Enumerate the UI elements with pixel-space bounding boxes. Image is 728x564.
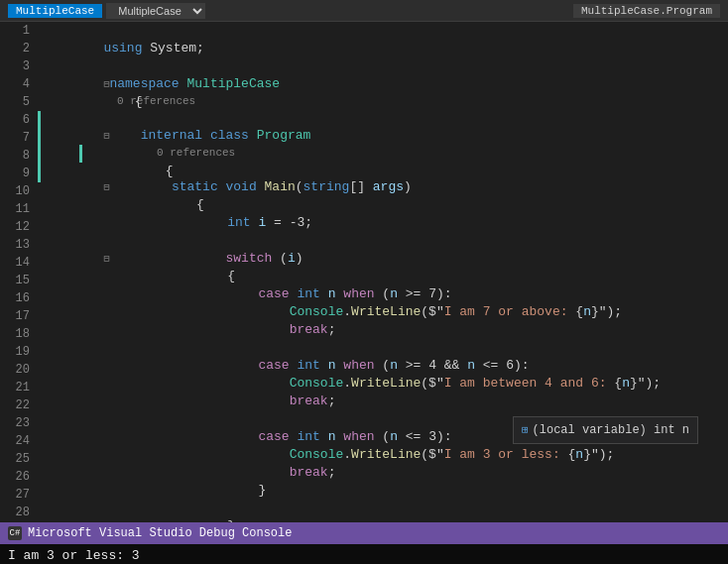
line-num-23: 23	[0, 414, 30, 432]
line-num-2: 2	[0, 40, 30, 57]
line-num-20: 20	[0, 361, 30, 379]
code-line-19: break;	[38, 375, 728, 393]
code-line-4: {	[38, 75, 728, 93]
code-line-3: ⊟namespace MultipleCase	[38, 57, 728, 75]
debug-icon: C#	[8, 526, 22, 540]
line-num-15: 15	[0, 272, 30, 289]
line-num-29: 29	[0, 521, 30, 522]
line-num-11: 11	[0, 200, 30, 218]
line-num-12: 12	[0, 218, 30, 236]
line-num-26: 26	[0, 468, 30, 486]
line-num-8: 8	[0, 147, 30, 165]
code-line-20	[38, 393, 728, 410]
code-line-12: {	[38, 250, 728, 268]
line-num-13: 13	[0, 236, 30, 254]
line-num-9: 9	[0, 165, 30, 182]
location-indicator: MultipleCase.Program	[573, 4, 720, 18]
code-line-23: break;	[38, 446, 728, 464]
editor-window: MultipleCase MultipleCase MultipleCase.P…	[0, 0, 728, 564]
debug-console-title: Microsoft Visual Studio Debug Console	[28, 526, 292, 540]
code-line-2	[38, 40, 728, 57]
line-num-7: 7	[0, 129, 30, 147]
code-lines: using System; ⊟namespace MultipleCase { …	[38, 22, 728, 522]
code-line-9: int i = -3;	[38, 196, 728, 214]
code-line-10	[38, 214, 728, 232]
top-bar: MultipleCase MultipleCase MultipleCase.P…	[0, 0, 728, 22]
line-num-19: 19	[0, 343, 30, 361]
line-num-1: 1	[0, 22, 30, 40]
ref-comment-6-text: 0 references	[157, 147, 235, 159]
intellisense-tooltip: ⊞ (local variable) int n	[513, 416, 698, 444]
code-line-24: }	[38, 464, 728, 482]
active-tab[interactable]: MultipleCase	[8, 4, 102, 18]
ref-comment-6: 0 references	[38, 145, 728, 161]
code-line-17: case int n when (n >= 4 && n <= 6):	[38, 339, 728, 357]
code-line-8: {	[38, 178, 728, 196]
line-num-16: 16	[0, 289, 30, 307]
code-line-6: {	[38, 127, 728, 145]
code-line-16	[38, 321, 728, 339]
line-num-4: 4	[0, 75, 30, 93]
line-num-27: 27	[0, 486, 30, 504]
code-line-1: using System;	[38, 22, 728, 40]
debug-console-header: C# Microsoft Visual Studio Debug Console	[0, 522, 728, 544]
code-line-14: Console.WriteLine($"I am 7 or above: {n}…	[38, 285, 728, 303]
brace-open-ns: {	[103, 94, 142, 109]
line-num-24: 24	[0, 432, 30, 450]
debug-console: C# Microsoft Visual Studio Debug Console…	[0, 522, 728, 564]
code-line-25	[38, 482, 728, 500]
debug-output: I am 3 or less: 3	[0, 544, 728, 564]
line-num-28: 28	[0, 504, 30, 521]
code-editor[interactable]: 1 2 3 4 5 6 7 8 9 10 11 12 13 14 15 16 1…	[0, 22, 728, 522]
code-line-26: }	[38, 500, 728, 517]
tooltip-text: (local variable) int n	[533, 421, 689, 439]
tooltip-icon: ⊞	[522, 421, 529, 439]
line-num-21: 21	[0, 379, 30, 396]
line-num-22: 22	[0, 396, 30, 414]
line-numbers: 1 2 3 4 5 6 7 8 9 10 11 12 13 14 15 16 1…	[0, 22, 38, 522]
code-line-5: ⊟ internal class Program	[38, 109, 728, 127]
line-num-3: 3	[0, 57, 30, 75]
code-line-18: Console.WriteLine($"I am between 4 and 6…	[38, 357, 728, 375]
line-num-5: 5	[0, 93, 30, 111]
line-num-25: 25	[0, 450, 30, 468]
code-line-27: }	[38, 517, 728, 522]
line-num-14: 14	[0, 254, 30, 272]
code-line-11: ⊟ switch (i)	[38, 232, 728, 250]
line-num-10: 10	[0, 182, 30, 200]
line-num-18: 18	[0, 325, 30, 343]
code-line-7: ⊟ static void Main(string[] args)	[38, 161, 728, 178]
line-num-17: 17	[0, 307, 30, 325]
line-num-6: 6	[0, 111, 30, 129]
code-line-15: break;	[38, 303, 728, 321]
code-line-13: case int n when (n >= 7):	[38, 268, 728, 285]
namespace-dropdown[interactable]: MultipleCase	[106, 3, 205, 19]
